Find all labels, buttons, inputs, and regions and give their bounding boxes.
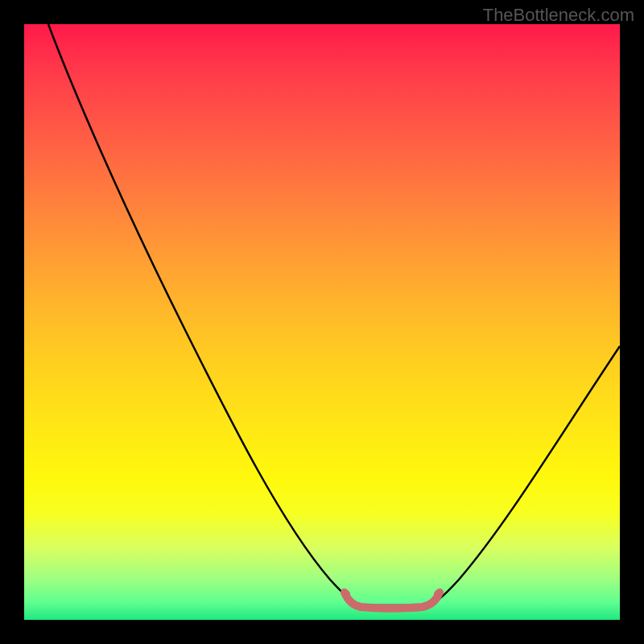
chart-area xyxy=(24,24,620,620)
chart-svg xyxy=(24,24,620,620)
bottleneck-curve xyxy=(48,24,620,605)
watermark-text: TheBottleneck.com xyxy=(483,5,634,26)
marker-dot-left xyxy=(342,590,350,598)
optimal-range-marker xyxy=(345,592,440,609)
marker-dot-right xyxy=(434,590,442,598)
